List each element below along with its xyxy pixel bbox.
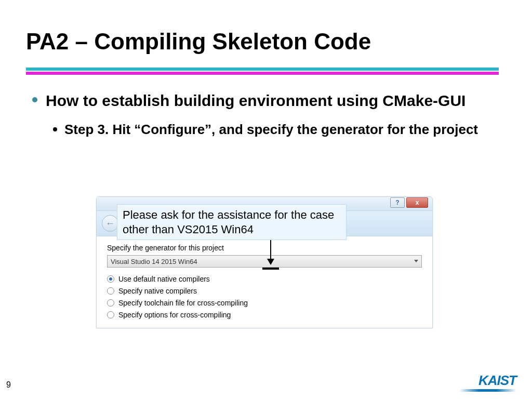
content-area: How to establish building environment us… xyxy=(32,91,506,149)
radio-label: Use default native compilers xyxy=(118,275,210,283)
radio-default-compilers[interactable]: Use default native compilers xyxy=(107,275,422,283)
callout-arrow-icon xyxy=(270,239,271,264)
radio-icon xyxy=(107,311,114,318)
bullet-level-2: Step 3. Hit “Configure”, and specify the… xyxy=(53,121,506,139)
generator-combobox[interactable]: Visual Studio 14 2015 Win64 xyxy=(107,255,422,268)
radio-label: Specify native compilers xyxy=(118,287,197,295)
bullet-level-1: How to establish building environment us… xyxy=(32,91,506,111)
page-number: 9 xyxy=(6,380,11,390)
radio-label: Specify toolchain file for cross-compili… xyxy=(118,299,248,307)
back-button[interactable]: ← xyxy=(102,215,118,232)
kaist-logo-underline-icon xyxy=(459,389,516,392)
back-arrow-icon: ← xyxy=(105,218,115,229)
radio-icon xyxy=(107,287,114,295)
bullet-2-text: Step 3. Hit “Configure”, and specify the… xyxy=(64,121,478,139)
radio-toolchain-file[interactable]: Specify toolchain file for cross-compili… xyxy=(107,299,422,307)
close-button[interactable]: x xyxy=(406,197,428,208)
bullet-1-text: How to establish building environment us… xyxy=(46,91,466,111)
radio-label: Specify options for cross-compiling xyxy=(118,311,231,319)
generator-selected-value: Visual Studio 14 2015 Win64 xyxy=(111,258,197,265)
dialog-body: Specify the generator for this project V… xyxy=(97,236,432,328)
title-divider xyxy=(26,68,499,75)
kaist-logo: KAIST xyxy=(478,373,516,389)
chevron-down-icon xyxy=(414,260,418,262)
generator-prompt: Specify the generator for this project xyxy=(107,244,422,252)
radio-specify-options[interactable]: Specify options for cross-compiling xyxy=(107,311,422,319)
help-icon: ? xyxy=(395,199,399,206)
radio-icon xyxy=(107,275,114,283)
bullet-dot-icon xyxy=(32,97,37,102)
close-icon: x xyxy=(416,199,419,206)
bullet-dot-icon xyxy=(53,127,57,131)
help-button[interactable]: ? xyxy=(390,197,405,208)
callout-note: Please ask for the assistance for the ca… xyxy=(117,204,347,240)
callout-arrow-base xyxy=(262,268,279,270)
radio-specify-native[interactable]: Specify native compilers xyxy=(107,287,422,295)
slide-title: PA2 – Compiling Skeleton Code xyxy=(26,29,371,55)
radio-icon xyxy=(107,299,114,307)
